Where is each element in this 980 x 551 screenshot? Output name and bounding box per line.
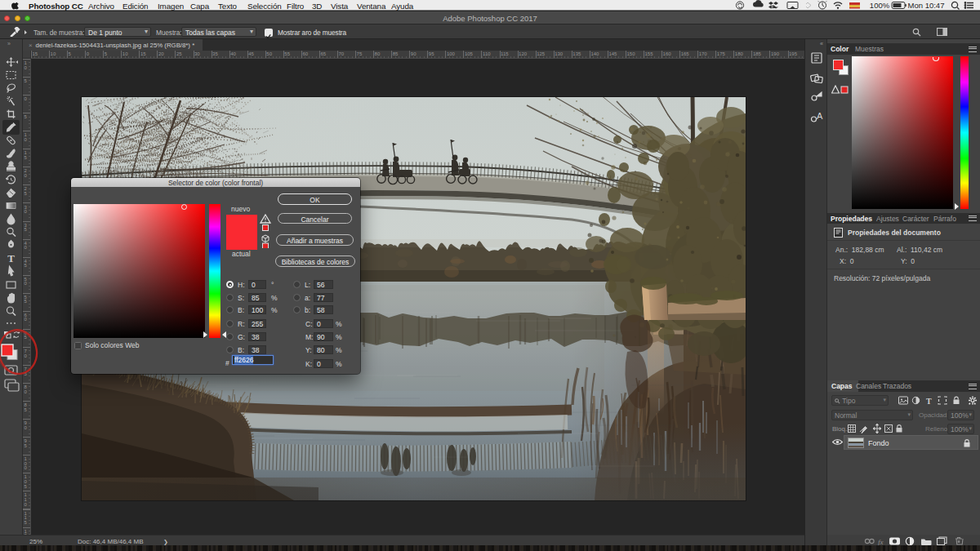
svg-text:»: » bbox=[7, 41, 11, 47]
svg-text:T: T bbox=[7, 252, 15, 264]
svg-text:T: T bbox=[926, 397, 932, 406]
svg-text:Mon 10:47: Mon 10:47 bbox=[908, 1, 945, 10]
svg-text:100%: 100% bbox=[870, 1, 890, 10]
svg-text:A: A bbox=[817, 111, 823, 121]
svg-text:fx: fx bbox=[878, 538, 884, 546]
